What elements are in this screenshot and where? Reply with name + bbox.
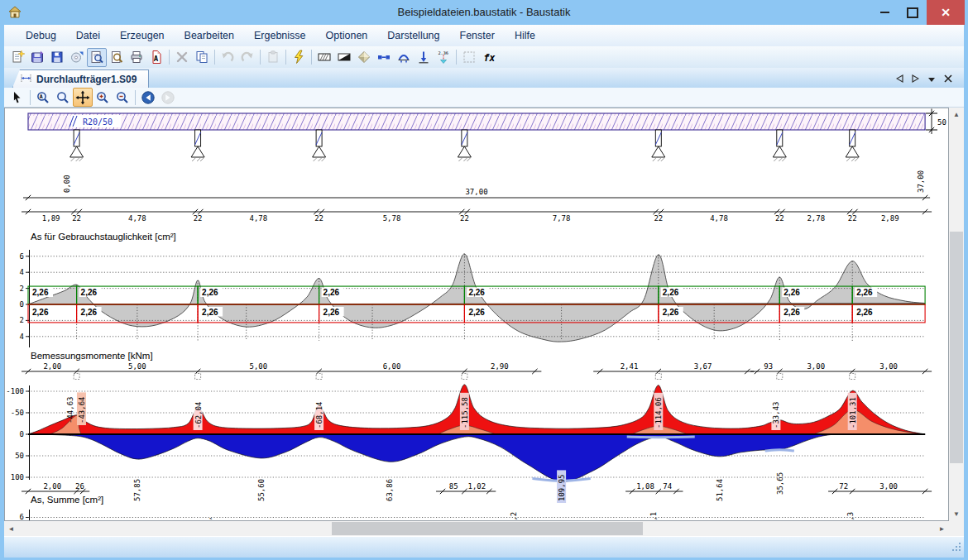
menu-item-optionen[interactable]: Optionen: [316, 27, 378, 44]
svg-text:-114,06: -114,06: [654, 397, 663, 428]
close-button[interactable]: ✕: [927, 0, 965, 25]
print-preview-icon[interactable]: [87, 48, 107, 67]
vertical-scroll-thumb[interactable]: [950, 232, 963, 463]
svg-text:1,02: 1,02: [467, 482, 486, 491]
select-cursor-icon[interactable]: [7, 88, 27, 107]
new-document-icon[interactable]: [7, 48, 27, 67]
svg-text:7,78: 7,78: [553, 214, 571, 223]
svg-text:6,1: 6,1: [649, 512, 658, 520]
svg-text:2,41: 2,41: [621, 362, 639, 371]
copy-icon[interactable]: [192, 48, 212, 67]
svg-text:4,78: 4,78: [128, 214, 146, 223]
svg-text:0: 0: [20, 430, 24, 438]
svg-text:3,00: 3,00: [879, 482, 898, 491]
paste-icon[interactable]: [263, 48, 283, 67]
tab-close-icon[interactable]: [944, 74, 952, 84]
support-icon[interactable]: [394, 48, 414, 67]
tab-scroll-right-icon[interactable]: [912, 74, 919, 84]
svg-text:2,78: 2,78: [807, 214, 825, 223]
minimize-button[interactable]: [870, 0, 899, 25]
contrast-view-icon[interactable]: [334, 48, 354, 67]
cross-section-icon[interactable]: [314, 48, 334, 67]
minimize-icon: [880, 12, 889, 13]
zoom-out-icon[interactable]: [113, 88, 132, 107]
svg-text:22: 22: [194, 214, 203, 223]
selection-frame-icon[interactable]: [459, 48, 479, 67]
save-icon[interactable]: [47, 48, 67, 67]
menu-item-ergebnisse[interactable]: Ergebnisse: [244, 27, 316, 44]
menu-item-hilfe[interactable]: Hilfe: [505, 27, 545, 44]
scroll-right-icon[interactable]: ►: [935, 521, 949, 536]
menu-item-fenster[interactable]: Fenster: [450, 27, 505, 44]
open-file-icon[interactable]: [27, 48, 47, 67]
link-members-icon[interactable]: [374, 48, 394, 67]
svg-text:93: 93: [764, 362, 773, 371]
resize-grip[interactable]: [951, 541, 962, 556]
svg-text:0: 0: [20, 300, 24, 309]
formula-icon[interactable]: fx: [479, 48, 499, 67]
pan-icon[interactable]: [73, 88, 93, 107]
horizontal-scroll-thumb[interactable]: [332, 522, 643, 535]
svg-text:-68,14: -68,14: [315, 401, 323, 428]
svg-text:-33,43: -33,43: [772, 401, 780, 428]
menu-item-datei[interactable]: Datei: [66, 27, 110, 44]
main-toolbar: A2.36fx: [4, 46, 964, 68]
svg-text:3,00: 3,00: [807, 362, 825, 371]
svg-text:2: 2: [20, 285, 24, 293]
tab-durchlauftraeger[interactable]: Durchlaufträger1.S09: [12, 69, 149, 88]
svg-text:2,26: 2,26: [323, 308, 340, 317]
svg-text:2: 2: [20, 316, 24, 324]
maximize-button[interactable]: [899, 0, 927, 25]
delete-icon[interactable]: [172, 48, 192, 67]
scroll-up-icon[interactable]: ▲: [949, 108, 964, 122]
tab-scroll-left-icon[interactable]: [896, 74, 903, 84]
dimension-icon[interactable]: 2.36: [434, 48, 453, 67]
print-icon[interactable]: [127, 48, 146, 67]
calculate-lightning-icon[interactable]: [289, 48, 309, 67]
menu-item-erzeugen[interactable]: Erzeugen: [110, 27, 175, 44]
svg-text:2,26: 2,26: [784, 288, 800, 297]
svg-text:As, Summe [cm²]: As, Summe [cm²]: [31, 495, 103, 505]
as-sum-chart-partial: As, Summe [cm²]62,6,26,15,3: [20, 495, 926, 520]
material-icon[interactable]: [354, 48, 374, 67]
svg-text:Bemessungsmomente [kNm]: Bemessungsmomente [kNm]: [31, 351, 153, 361]
svg-text:2,26: 2,26: [202, 288, 218, 297]
export-icon[interactable]: [67, 48, 87, 67]
load-icon[interactable]: [414, 48, 434, 67]
svg-text:2,26: 2,26: [81, 308, 98, 317]
redo-icon[interactable]: [237, 48, 257, 67]
cad-drawing[interactable]: R20/505037,000,0037,001,894,784,785,787,…: [5, 108, 948, 520]
nav-back-icon[interactable]: [138, 88, 158, 107]
menu-item-bearbeiten[interactable]: Bearbeiten: [175, 27, 244, 44]
zoom-full-icon[interactable]: [53, 88, 73, 107]
toolbar-separator: [169, 50, 170, 65]
svg-text:2,26: 2,26: [856, 288, 873, 297]
horizontal-scrollbar[interactable]: ◄ ►: [4, 521, 949, 536]
svg-text:22: 22: [314, 214, 323, 223]
scroll-left-icon[interactable]: ◄: [4, 521, 18, 536]
svg-text:37,00: 37,00: [917, 170, 925, 193]
zoom-in-icon[interactable]: [93, 88, 113, 107]
nav-forward-icon[interactable]: [158, 88, 178, 107]
tab-dimension-icon: [20, 73, 32, 86]
tab-list-icon[interactable]: [927, 74, 936, 84]
svg-text:35,65: 35,65: [776, 472, 784, 495]
svg-text:-115,58: -115,58: [461, 397, 469, 428]
svg-text:2,26: 2,26: [784, 308, 800, 317]
scroll-down-icon[interactable]: ▼: [949, 507, 964, 521]
page-zoom-icon[interactable]: [107, 48, 127, 67]
dimension-row-moments: 2,005,005,006,002,902,413,67933,003,00: [22, 362, 932, 380]
svg-text:-62,04: -62,04: [194, 401, 203, 428]
menu-item-debug[interactable]: Debug: [16, 27, 66, 44]
undo-icon[interactable]: [218, 48, 237, 67]
svg-text:4,78: 4,78: [710, 214, 728, 223]
svg-text:-100: -100: [6, 387, 24, 395]
svg-text:6: 6: [20, 252, 24, 261]
menu-item-darstellung[interactable]: Darstellung: [377, 27, 449, 44]
supports: [70, 130, 860, 161]
toolbar-separator: [214, 50, 215, 65]
title-bar[interactable]: Beispieldateien.baustatik - Baustatik ✕: [0, 0, 968, 25]
zoom-window-icon[interactable]: A: [33, 88, 53, 107]
drawing-area[interactable]: R20/505037,000,0037,001,894,784,785,787,…: [4, 108, 949, 521]
pdf-export-icon[interactable]: A: [146, 48, 166, 67]
